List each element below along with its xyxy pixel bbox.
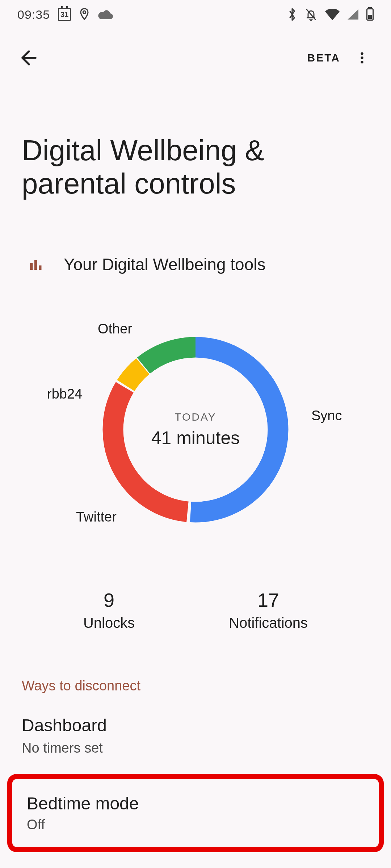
donut-center: TODAY 41 minutes xyxy=(151,411,240,448)
item-bedtime-title: Bedtime mode xyxy=(27,793,364,813)
svg-rect-5 xyxy=(34,260,37,270)
section-ways-to-disconnect: Ways to disconnect xyxy=(0,631,391,694)
item-dashboard-sub: No timers set xyxy=(22,740,369,756)
arrow-back-icon xyxy=(19,48,39,68)
stat-unlocks[interactable]: 9 Unlocks xyxy=(83,589,135,631)
status-clock: 09:35 xyxy=(17,8,50,22)
page-title: Digital Wellbeing & parental controls xyxy=(0,72,391,200)
item-bedtime-mode[interactable]: Bedtime mode Off xyxy=(7,774,384,852)
stat-notifications[interactable]: 17 Notifications xyxy=(229,589,308,631)
app-bar: BETA xyxy=(0,29,391,72)
location-icon xyxy=(79,8,90,21)
usage-donut-chart[interactable]: TODAY 41 minutes Other rbb24 Twitter Syn… xyxy=(0,314,391,545)
donut-label-twitter: Twitter xyxy=(76,509,117,525)
svg-point-3 xyxy=(361,61,363,63)
bluetooth-icon xyxy=(287,8,297,21)
battery-icon xyxy=(366,8,374,21)
item-dashboard-title: Dashboard xyxy=(22,715,369,735)
wifi-icon xyxy=(325,9,340,20)
svg-rect-6 xyxy=(39,265,42,270)
donut-label-rbb24: rbb24 xyxy=(47,386,82,402)
dnd-off-icon xyxy=(305,8,317,21)
beta-badge: BETA xyxy=(307,52,340,64)
more-options-button[interactable] xyxy=(348,43,377,72)
more-vert-icon xyxy=(355,51,369,65)
stat-unlocks-label: Unlocks xyxy=(83,615,135,631)
donut-label-other: Other xyxy=(98,321,132,337)
stat-notifications-value: 17 xyxy=(229,589,308,611)
signal-icon xyxy=(348,9,358,20)
svg-point-1 xyxy=(361,52,363,55)
bar-chart-icon xyxy=(29,258,42,271)
donut-total-value: 41 minutes xyxy=(151,427,240,448)
calendar-day: 31 xyxy=(60,10,68,19)
svg-rect-4 xyxy=(30,263,33,270)
cloud-icon xyxy=(98,9,114,20)
tools-header[interactable]: Your Digital Wellbeing tools xyxy=(0,200,391,274)
donut-label-sync: Sync xyxy=(311,408,342,424)
stat-unlocks-value: 9 xyxy=(83,589,135,611)
stats-row: 9 Unlocks 17 Notifications xyxy=(0,545,391,631)
status-bar: 09:35 31 xyxy=(0,0,391,29)
item-bedtime-sub: Off xyxy=(27,817,364,833)
svg-point-2 xyxy=(361,56,363,59)
svg-point-0 xyxy=(83,11,86,14)
tools-label: Your Digital Wellbeing tools xyxy=(64,255,265,274)
calendar-icon: 31 xyxy=(58,8,71,21)
donut-today-label: TODAY xyxy=(151,411,240,423)
stat-notifications-label: Notifications xyxy=(229,615,308,631)
back-button[interactable] xyxy=(14,43,43,72)
item-dashboard[interactable]: Dashboard No timers set xyxy=(0,694,391,756)
